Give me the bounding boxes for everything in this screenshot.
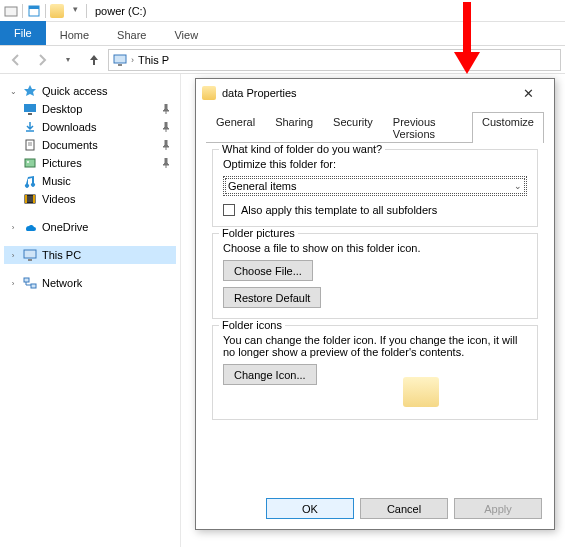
separator [45, 4, 46, 18]
svg-rect-4 [118, 64, 122, 66]
svg-rect-19 [463, 2, 471, 52]
restore-default-button[interactable]: Restore Default [223, 287, 321, 308]
label-choose-file: Choose a file to show on this folder ico… [223, 242, 527, 254]
svg-rect-15 [24, 250, 36, 258]
nav-desktop[interactable]: Desktop [4, 100, 176, 118]
close-button[interactable]: ✕ [508, 86, 548, 101]
tab-customize[interactable]: Customize [472, 112, 544, 143]
svg-rect-18 [31, 284, 36, 288]
nav-videos[interactable]: Videos [4, 190, 176, 208]
group-folder-kind: What kind of folder do you want? Optimiz… [212, 149, 538, 227]
tab-strip: General Sharing Security Previous Versio… [206, 111, 544, 143]
checkbox-label: Also apply this template to all subfolde… [241, 204, 437, 216]
pictures-icon [22, 155, 38, 171]
qat-dropdown-icon[interactable]: ▾ [68, 4, 82, 18]
svg-rect-5 [24, 104, 36, 112]
separator [86, 4, 87, 18]
svg-rect-10 [25, 159, 35, 167]
nav-music[interactable]: Music [4, 172, 176, 190]
nav-label: Documents [42, 139, 98, 151]
address-bar[interactable]: › This P [108, 49, 561, 71]
subfolders-checkbox[interactable] [223, 204, 235, 216]
svg-rect-14 [33, 195, 35, 203]
nav-pictures[interactable]: Pictures [4, 154, 176, 172]
tab-share[interactable]: Share [103, 25, 160, 45]
svg-rect-0 [5, 7, 17, 16]
nav-pane: ⌄ Quick access Desktop Downloads Documen… [0, 74, 180, 547]
tab-sharing[interactable]: Sharing [265, 112, 323, 143]
label-optimize: Optimize this folder for: [223, 158, 527, 170]
svg-rect-17 [24, 278, 29, 282]
svg-rect-3 [114, 55, 126, 63]
this-pc-icon [22, 247, 38, 263]
pin-icon [158, 137, 174, 153]
nav-forward-button[interactable] [30, 48, 54, 72]
tab-general[interactable]: General [206, 112, 265, 143]
pin-icon [158, 155, 174, 171]
nav-documents[interactable]: Documents [4, 136, 176, 154]
dialog-button-row: OK Cancel Apply [266, 498, 542, 519]
downloads-icon [22, 119, 38, 135]
desktop-icon [22, 101, 38, 117]
tab-security[interactable]: Security [323, 112, 383, 143]
nav-label: OneDrive [42, 221, 88, 233]
chevron-right-icon: › [8, 251, 18, 260]
optimize-select[interactable]: General items ⌄ [223, 176, 527, 196]
change-icon-button[interactable]: Change Icon... [223, 364, 317, 385]
tab-page-customize: What kind of folder do you want? Optimiz… [206, 143, 544, 432]
svg-rect-13 [25, 195, 27, 203]
nav-downloads[interactable]: Downloads [4, 118, 176, 136]
nav-quick-access[interactable]: ⌄ Quick access [4, 82, 176, 100]
label-change-icon-desc: You can change the folder icon. If you c… [223, 334, 527, 358]
select-value: General items [228, 180, 296, 192]
chevron-right-icon: › [8, 223, 18, 232]
tab-previous-versions[interactable]: Previous Versions [383, 112, 472, 143]
nav-onedrive[interactable]: › OneDrive [4, 218, 176, 236]
window-title: power (C:) [95, 5, 146, 17]
music-icon [22, 173, 38, 189]
nav-recent-button[interactable]: ▾ [56, 48, 80, 72]
nav-label: Videos [42, 193, 75, 205]
app-icon [4, 4, 18, 18]
nav-label: Music [42, 175, 71, 187]
network-icon [22, 275, 38, 291]
tab-file[interactable]: File [0, 21, 46, 45]
chevron-down-icon: ⌄ [8, 87, 18, 96]
tab-view[interactable]: View [160, 25, 212, 45]
cancel-button[interactable]: Cancel [360, 498, 448, 519]
nav-label: This PC [42, 249, 81, 261]
folder-icon [50, 4, 64, 18]
pin-icon [158, 101, 174, 117]
nav-network[interactable]: › Network [4, 274, 176, 292]
ok-button[interactable]: OK [266, 498, 354, 519]
pin-icon [158, 119, 174, 135]
nav-up-button[interactable] [82, 48, 106, 72]
nav-back-button[interactable] [4, 48, 28, 72]
nav-label: Downloads [42, 121, 96, 133]
chevron-right-icon: › [131, 55, 134, 65]
chevron-down-icon: ⌄ [514, 181, 522, 191]
qat-properties-icon[interactable] [27, 4, 41, 18]
nav-label: Pictures [42, 157, 82, 169]
nav-label: Quick access [42, 85, 107, 97]
videos-icon [22, 191, 38, 207]
svg-rect-2 [29, 6, 39, 9]
group-legend: Folder pictures [219, 227, 298, 239]
separator [22, 4, 23, 18]
tab-home[interactable]: Home [46, 25, 103, 45]
svg-rect-6 [28, 113, 32, 115]
dialog-title: data Properties [222, 87, 297, 99]
dialog-titlebar[interactable]: data Properties ✕ [196, 79, 554, 107]
folder-preview-icon [403, 377, 439, 407]
nav-label: Desktop [42, 103, 82, 115]
group-folder-icons: Folder icons You can change the folder i… [212, 325, 538, 420]
group-folder-pictures: Folder pictures Choose a file to show on… [212, 233, 538, 319]
documents-icon [22, 137, 38, 153]
folder-icon [202, 86, 216, 100]
onedrive-icon [22, 219, 38, 235]
group-legend: Folder icons [219, 319, 285, 331]
apply-button[interactable]: Apply [454, 498, 542, 519]
nav-this-pc[interactable]: › This PC [4, 246, 176, 264]
choose-file-button[interactable]: Choose File... [223, 260, 313, 281]
breadcrumb-item[interactable]: This P [138, 54, 169, 66]
